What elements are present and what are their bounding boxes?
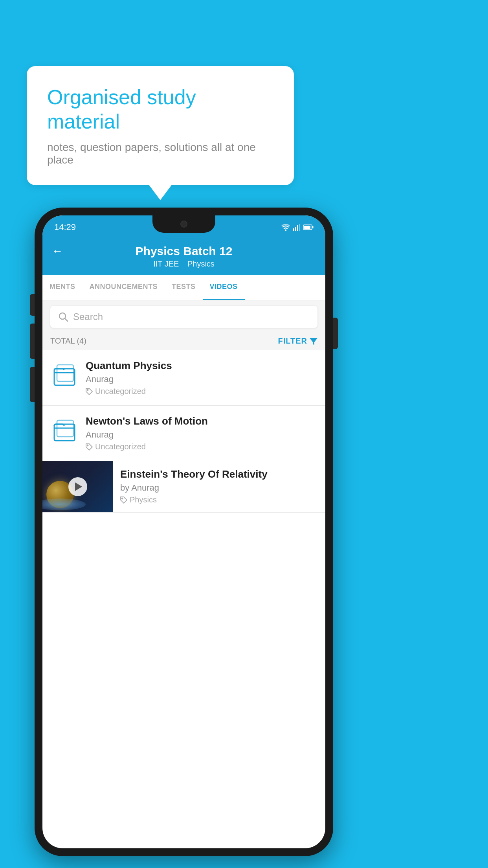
header-title: Physics Batch 12 [136,245,233,258]
video-tag-3: Physics [120,495,317,504]
video-tag-2: Uncategorized [86,442,317,451]
status-time: 14:29 [54,222,76,232]
filter-icon [310,337,317,345]
search-icon [58,312,68,322]
svg-point-15 [87,445,88,446]
video-tag-1: Uncategorized [86,387,317,396]
play-button-3[interactable] [68,477,87,496]
video-item-1[interactable]: Quantum Physics Anurag Uncategorized [42,350,325,406]
video-info-1: Quantum Physics Anurag Uncategorized [86,360,317,396]
video-thumb-icon-1 [50,360,78,391]
svg-rect-2 [297,225,298,231]
svg-marker-9 [310,338,317,345]
tag-text-3: Physics [130,495,157,504]
tag-icon-2 [86,443,93,451]
video-info-2: Newton's Laws of Motion Anurag Uncategor… [86,415,317,451]
video-info-3: Einstein's Theory Of Relativity by Anura… [113,461,317,511]
video-author-2: Anurag [86,430,317,440]
front-camera [180,221,187,228]
tag-text-1: Uncategorized [95,387,146,396]
speech-bubble: Organised study material notes, question… [27,66,294,185]
header-subtitle: IIT JEE Physics [153,259,215,268]
signal-icon [293,224,300,231]
mute-button [30,294,35,316]
phone-screen: 14:29 [42,215,325,848]
tab-videos[interactable]: VIDEOS [203,275,245,300]
phone-notch [152,215,215,233]
content-area: Quantum Physics Anurag Uncategorized [42,350,325,513]
tag-icon-1 [86,388,93,395]
tag-text-2: Uncategorized [95,442,146,451]
search-bar: Search [42,300,325,333]
svg-point-16 [122,498,123,499]
filter-button[interactable]: FILTER [278,337,317,346]
svg-line-8 [65,318,68,321]
tab-ments[interactable]: MENTS [42,275,83,300]
bubble-title: Organised study material [47,85,273,134]
status-icons [281,224,314,231]
filter-row: TOTAL (4) FILTER [42,333,325,350]
folder-icon-1 [52,362,76,389]
power-button [333,318,338,349]
wifi-icon [281,224,290,231]
app-header: ← Physics Batch 12 IIT JEE Physics [42,237,325,275]
play-triangle-icon [75,482,82,491]
back-button[interactable]: ← [52,245,63,257]
video-item-3[interactable]: Einstein's Theory Of Relativity by Anura… [42,461,325,513]
filter-label: FILTER [278,337,307,346]
search-placeholder: Search [73,311,103,322]
glow-visual [42,498,86,510]
video-author-1: Anurag [86,374,317,384]
video-thumbnail-3 [42,461,113,512]
video-thumb-icon-2 [50,415,78,447]
volume-up-button [30,324,35,359]
total-count: TOTAL (4) [50,337,86,346]
battery-icon [303,224,314,230]
header-subtitle-part1: IIT JEE [153,259,179,268]
video-title-2: Newton's Laws of Motion [86,415,317,427]
video-author-3: by Anurag [120,483,317,493]
bubble-subtitle: notes, question papers, solutions all at… [47,141,273,166]
video-item-2[interactable]: Newton's Laws of Motion Anurag Uncategor… [42,406,325,461]
header-subtitle-part2: Physics [187,259,215,268]
svg-rect-5 [312,226,314,228]
phone-frame: 14:29 [35,208,333,856]
search-input-container[interactable]: Search [50,306,317,328]
tab-tests[interactable]: TESTS [165,275,203,300]
svg-rect-3 [299,224,300,231]
svg-rect-0 [293,228,294,231]
svg-rect-1 [295,227,296,231]
folder-icon-2 [52,417,76,445]
svg-point-12 [87,389,88,390]
volume-down-button [30,367,35,402]
svg-rect-6 [304,226,310,229]
video-title-1: Quantum Physics [86,360,317,372]
header-top: ← Physics Batch 12 [52,245,316,258]
tabs-bar: MENTS ANNOUNCEMENTS TESTS VIDEOS [42,275,325,300]
tab-announcements[interactable]: ANNOUNCEMENTS [83,275,165,300]
tag-icon-3 [120,497,127,504]
video-title-3: Einstein's Theory Of Relativity [120,468,317,480]
